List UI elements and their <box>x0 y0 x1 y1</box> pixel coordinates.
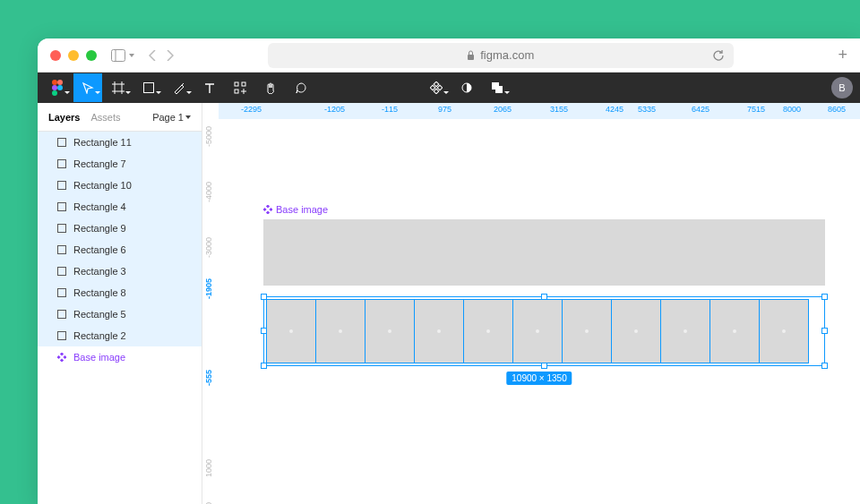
resize-handle-br[interactable] <box>821 363 828 369</box>
layer-label: Rectangle 9 <box>73 223 126 234</box>
layers-panel: Layers Assets Page 1 Rectangle 11Rectang… <box>38 103 202 504</box>
layer-item[interactable]: Rectangle 11 <box>38 132 202 153</box>
svg-rect-20 <box>434 81 439 87</box>
layer-item[interactable]: Base image <box>38 346 202 368</box>
layer-item[interactable]: Rectangle 6 <box>38 239 202 261</box>
canvas-content[interactable]: Base image 10900 × 1350 <box>219 119 860 504</box>
svg-rect-21 <box>430 85 435 90</box>
mask-button[interactable] <box>452 73 481 102</box>
window-minimize-icon[interactable] <box>68 50 79 61</box>
ruler-tick: -555 <box>204 370 213 386</box>
comment-tool-button[interactable] <box>287 73 315 102</box>
ruler-tick: 8605 <box>828 105 846 114</box>
window-close-icon[interactable] <box>50 50 61 61</box>
layer-item[interactable]: Rectangle 7 <box>38 153 202 175</box>
move-tool-button[interactable] <box>73 73 102 102</box>
text-tool-button[interactable] <box>195 73 224 102</box>
svg-rect-33 <box>58 268 66 276</box>
layer-item[interactable]: Rectangle 5 <box>38 303 202 325</box>
svg-rect-27 <box>58 139 66 147</box>
component-label[interactable]: Base image <box>263 204 328 215</box>
rectangle-icon <box>57 224 66 233</box>
svg-rect-35 <box>58 311 66 319</box>
ruler-tick: -4000 <box>204 182 213 202</box>
rectangle-icon <box>57 288 66 297</box>
ruler-horizontal: -2295-1205-11597520653155424553356425751… <box>219 103 860 119</box>
pen-tool-button[interactable] <box>165 73 194 102</box>
canvas[interactable]: -2295-1205-11597520653155424553356425751… <box>202 103 860 504</box>
svg-rect-4 <box>57 80 63 85</box>
svg-rect-23 <box>434 89 439 94</box>
ruler-tick: 4245 <box>606 105 624 114</box>
layer-label: Rectangle 10 <box>73 180 132 191</box>
resize-handle-r[interactable] <box>821 328 828 334</box>
resize-handle-tr[interactable] <box>821 294 828 300</box>
avatar[interactable]: B <box>831 77 853 98</box>
shape-tool-button[interactable] <box>134 73 163 102</box>
component-actions-button[interactable] <box>422 73 451 102</box>
tab-assets[interactable]: Assets <box>90 112 120 123</box>
figma-menu-button[interactable] <box>43 73 72 102</box>
resize-handle-l[interactable] <box>261 328 267 334</box>
svg-rect-22 <box>437 85 443 90</box>
selection-dimensions: 10900 × 1350 <box>506 372 572 385</box>
resize-handle-bl[interactable] <box>261 363 267 369</box>
lock-icon <box>467 50 475 60</box>
figma-toolbar: B <box>38 73 860 103</box>
resize-handle-t[interactable] <box>541 294 547 300</box>
boolean-ops-button[interactable] <box>483 73 512 102</box>
svg-rect-37 <box>60 353 64 356</box>
svg-rect-38 <box>57 355 61 359</box>
svg-rect-6 <box>57 85 63 90</box>
svg-rect-0 <box>112 49 125 61</box>
svg-rect-39 <box>63 355 66 359</box>
rectangle-icon <box>57 138 66 147</box>
layer-item[interactable]: Rectangle 8 <box>38 282 202 303</box>
new-tab-button[interactable]: + <box>838 46 847 64</box>
selection-outline <box>263 296 825 366</box>
page-selector[interactable]: Page 1 <box>152 112 191 123</box>
layer-item[interactable]: Rectangle 3 <box>38 261 202 282</box>
svg-rect-31 <box>58 225 66 233</box>
svg-rect-29 <box>58 182 66 190</box>
ruler-tick: 8000 <box>783 105 801 114</box>
window-maximize-icon[interactable] <box>86 50 97 61</box>
resize-handle-b[interactable] <box>541 363 547 369</box>
sidebar-toggle-button[interactable] <box>111 49 134 62</box>
svg-rect-2 <box>468 55 474 60</box>
resize-handle-tl[interactable] <box>261 294 267 300</box>
refresh-icon[interactable] <box>712 49 725 62</box>
svg-rect-34 <box>58 289 66 297</box>
resources-button[interactable] <box>226 73 254 102</box>
frame-tool-button[interactable] <box>104 73 133 102</box>
base-image-rect[interactable] <box>263 219 825 286</box>
svg-rect-28 <box>58 160 66 168</box>
ruler-tick: 3155 <box>550 105 568 114</box>
layer-item[interactable]: Rectangle 2 <box>38 325 202 346</box>
chevron-down-icon <box>185 115 191 119</box>
ruler-tick: 6425 <box>692 105 710 114</box>
url-bar[interactable]: figma.com <box>268 43 734 68</box>
url-text: figma.com <box>480 48 534 62</box>
component-icon <box>57 353 66 362</box>
layer-item[interactable]: Rectangle 9 <box>38 218 202 239</box>
tab-layers[interactable]: Layers <box>48 112 80 123</box>
layers-list[interactable]: Rectangle 11Rectangle 7Rectangle 10Recta… <box>38 132 202 504</box>
svg-rect-36 <box>58 332 66 340</box>
ruler-tick: -1205 <box>324 105 345 114</box>
forward-button[interactable] <box>167 50 174 61</box>
panel-tabs: Layers Assets Page 1 <box>38 103 202 132</box>
layer-item[interactable]: Rectangle 10 <box>38 175 202 196</box>
ruler-tick: 975 <box>438 105 452 114</box>
back-button[interactable] <box>149 50 156 61</box>
ruler-tick: -115 <box>382 105 398 114</box>
component-icon <box>263 205 272 214</box>
svg-rect-26 <box>495 86 503 93</box>
ruler-tick: -1905 <box>204 278 213 299</box>
layer-item[interactable]: Rectangle 4 <box>38 196 202 218</box>
browser-chrome: figma.com + <box>38 38 860 73</box>
ruler-tick: -2295 <box>241 105 262 114</box>
chevron-down-icon <box>129 54 134 57</box>
hand-tool-button[interactable] <box>256 73 285 102</box>
svg-rect-44 <box>266 210 270 214</box>
